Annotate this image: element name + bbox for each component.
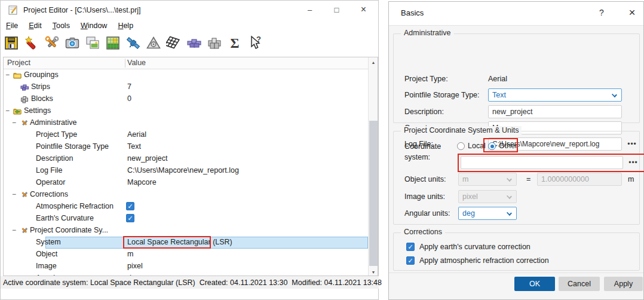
window-title: Project Editor - [C:\Users\...\test.prj] [23,6,141,14]
save-icon[interactable] [2,33,21,53]
tree-row[interactable]: −Project Coordinate Sy... [4,225,369,237]
tree-row[interactable]: Project TypeAerial [4,129,369,141]
help-icon[interactable]: ? [596,8,608,17]
basics-dialog: Basics ? × Administrative Project Type: … [388,1,644,300]
expander-icon[interactable]: − [5,106,10,115]
tree-rows: −GroupingsStrips7Blocks0−Settings−Admini… [4,69,369,276]
menu-file[interactable]: File [1,20,23,31]
object-units-select: m [458,173,517,186]
tree-header: Project Value [4,57,378,69]
minimize-button[interactable]: – [296,1,323,19]
tree-row[interactable]: Blocks0 [4,93,369,105]
tree-row-value: 0 [127,94,131,103]
images-icon[interactable] [83,33,102,53]
checkbox-checked[interactable]: ✓ [406,256,415,265]
annotation-box-system-value [123,236,211,249]
radio-local[interactable] [457,142,465,150]
tree-row-value: new_project [127,154,167,163]
tree-row-label: Earth's Curvature [36,214,94,222]
tree-row[interactable]: SystemLocal Space Rectangular (LSR) [4,237,369,249]
settings-folder-icon [13,107,22,115]
tree-row[interactable]: −Administrative [4,117,369,129]
checkbox-checked[interactable]: ✓ [406,243,415,251]
tree-row-label: Settings [24,106,51,115]
blocks-3d-icon[interactable] [205,33,224,53]
coordinate-system-label-line1: Coordinate [404,142,441,151]
screenshot-root: Project Editor - [C:\Users\...\test.prj]… [0,0,644,300]
close-button[interactable]: × [350,1,377,19]
tree-row-label: Operator [36,178,65,186]
tree-row[interactable]: Descriptionnew_project [4,153,369,165]
tree-row-value: 7 [127,82,131,91]
administrative-legend: Administrative [401,29,454,37]
project-type-value: Aerial [488,75,507,83]
satellite-icon[interactable] [124,33,143,53]
project-editor-window: Project Editor - [C:\Users\...\test.prj]… [0,0,379,300]
tree-row[interactable]: OperatorMapcore [4,177,369,189]
tree-row-value: C:\Users\Mapcore\new_report.log [127,166,239,175]
camera-icon[interactable] [63,33,82,53]
tree-header-project[interactable]: Project [7,59,30,67]
object-units-label: Object units: [404,175,446,183]
description-label: Description: [404,108,444,116]
apply-button[interactable]: Apply [604,277,643,291]
image-units-value: pixel [462,192,478,201]
tree-row-label: Corrections [30,190,68,198]
chevron-down-icon [507,176,512,182]
scrollbar-thumb[interactable] [369,121,378,266]
tree-row[interactable]: −Groupings [4,69,369,81]
raster-map-icon[interactable] [103,33,122,53]
expander-icon[interactable]: − [12,118,16,127]
tree-row[interactable]: Imagepixel [4,261,369,273]
pyramid-target-icon[interactable] [144,33,163,53]
mesh-grid-icon[interactable] [164,33,183,53]
tools-icon[interactable] [42,33,62,53]
description-field[interactable]: new_project [488,105,622,118]
expander-icon[interactable]: − [12,190,16,198]
menu-window[interactable]: Window [75,20,112,31]
tree-row-value: Text [127,142,141,151]
angular-units-select[interactable]: deg [458,207,517,220]
image-units-select: pixel [458,190,517,203]
coordinate-system-group: Project Coordinate System & Units Coordi… [393,131,640,225]
tree-row[interactable]: Strips7 [4,81,369,93]
cancel-button[interactable]: Cancel [559,277,600,291]
pointfile-storage-type-select[interactable]: Text [488,88,622,102]
correction-row: ✓Apply earth's curvature correction [406,243,530,251]
help-pointer-icon[interactable]: ? [246,33,265,53]
tree-row[interactable]: Objectm [4,249,369,261]
annotation-box-other-radio [483,138,518,152]
tree-row[interactable]: Earth's Curvature✓ [4,213,369,225]
menu-tools[interactable]: Tools [47,20,75,31]
expander-icon[interactable]: − [12,226,16,234]
sigma-icon[interactable]: Σ [225,33,244,53]
scroll-down-arrow-icon[interactable]: ▼ [369,267,378,276]
tree-row-label: System [36,238,61,246]
dialog-close-icon[interactable]: × [625,6,639,19]
tree-row-label: Log File [36,166,62,175]
tree-row[interactable]: −Settings [4,105,369,117]
status-bar: Active coordinate system: Local Space Re… [1,276,379,289]
menu-edit[interactable]: Edit [23,20,47,31]
column-divider[interactable] [125,59,125,68]
vertical-scrollbar[interactable]: ▲ ▼ [368,57,378,276]
expander-icon[interactable]: − [5,71,10,79]
maximize-button[interactable]: □ [323,1,350,19]
wizard-icon[interactable] [22,33,41,53]
pointfile-storage-type-label: Pointfile Storage Type: [404,91,480,99]
menu-help[interactable]: Help [112,20,139,31]
tree-row[interactable]: Pointfile Storage TypeText [4,141,369,153]
checkbox-checked[interactable]: ✓ [126,214,134,222]
dialog-titlebar: Basics ? × [389,2,643,26]
tree-row-label: Project Type [36,130,77,139]
tree-row[interactable]: Log FileC:\Users\Mapcore\new_report.log [4,165,369,177]
angular-units-label: Angular units: [404,209,450,218]
tree-header-value[interactable]: Value [127,59,146,67]
scroll-up-arrow-icon[interactable]: ▲ [369,57,378,67]
checkbox-checked[interactable]: ✓ [126,202,134,210]
ok-button[interactable]: OK [514,277,555,291]
tree-row[interactable]: −Corrections [4,189,369,201]
strips-3d-icon[interactable] [185,33,204,53]
tree-row-label: Blocks [31,94,53,103]
tree-row[interactable]: Atmospheric Refraction✓ [4,201,369,213]
